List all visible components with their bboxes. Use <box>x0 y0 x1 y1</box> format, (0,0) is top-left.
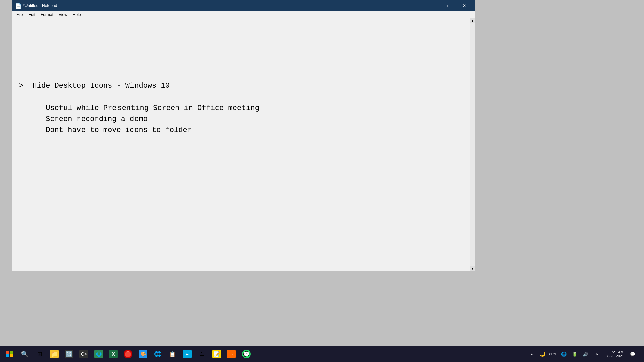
windows-logo <box>6 351 13 357</box>
menu-format[interactable]: Format <box>38 12 56 18</box>
window-title: *Untitled - Notepad <box>23 3 426 8</box>
excel-icon: X <box>109 350 118 358</box>
sticky-button[interactable]: 📝 <box>209 346 224 362</box>
prime-icon: ▶ <box>183 350 192 358</box>
clipboard-icon: 📋 <box>168 350 177 358</box>
calculator-icon: 🔢 <box>65 350 73 358</box>
file-explorer-icon: 📁 <box>50 350 59 358</box>
green-app-button[interactable]: 🌐 <box>91 346 106 362</box>
blank-line-5 <box>19 69 463 80</box>
files-button[interactable]: 🗂 <box>195 346 209 362</box>
whatsapp-button[interactable]: 💬 <box>239 346 254 362</box>
line-heading: > Hide Desktop Icons - Windows 10 <box>19 80 463 92</box>
sticky-icon: 📝 <box>212 350 221 358</box>
scroll-up[interactable]: ▲ <box>470 18 475 23</box>
notepad-window: 📄 *Untitled - Notepad — □ ✕ File Edit Fo… <box>12 0 475 272</box>
clock-display[interactable]: 11:21 AM 8/26/2021 <box>605 346 627 362</box>
network-icon[interactable]: 🌐 <box>559 346 569 362</box>
clipboard-button[interactable]: 📋 <box>165 346 180 362</box>
green-app-icon: 🌐 <box>94 350 103 358</box>
scrollbar[interactable]: ▲ ▼ <box>470 18 475 271</box>
notification-center[interactable]: 💬 <box>628 346 637 362</box>
task-view-button[interactable]: ⊞ <box>32 346 47 362</box>
title-bar: 📄 *Untitled - Notepad — □ ✕ <box>12 0 475 11</box>
excel-button[interactable]: X <box>106 346 121 362</box>
start-button[interactable] <box>1 346 17 362</box>
prime-button[interactable]: ▶ <box>180 346 195 362</box>
blank-line-2 <box>19 36 463 47</box>
minimize-button[interactable]: — <box>426 0 441 11</box>
search-icon: 🔍 <box>21 350 29 358</box>
line-bullet-3: - Dont have to move icons to folder <box>19 125 463 136</box>
files-icon: 🗂 <box>198 350 206 358</box>
time-display: 11:21 AM <box>608 350 623 354</box>
battery-display-icon: 🔋 <box>572 352 577 357</box>
search-button[interactable]: 🔍 <box>17 346 32 362</box>
language-display[interactable]: ENG <box>591 352 603 356</box>
logo-q1 <box>6 351 9 354</box>
file-explorer-button[interactable]: 📁 <box>47 346 62 362</box>
menu-help[interactable]: Help <box>70 12 84 18</box>
notification-icon: 💬 <box>630 352 635 357</box>
chrome-button[interactable]: 🌐 <box>150 346 165 362</box>
logo-q4 <box>10 354 13 357</box>
blank-line-3 <box>19 47 463 58</box>
line-bullet-1: - Useful while Presenting Screen in Offi… <box>19 103 463 114</box>
speaker-icon: 🔊 <box>583 352 588 357</box>
maximize-button[interactable]: □ <box>441 0 457 11</box>
date-display: 8/26/2021 <box>607 354 624 358</box>
paint-icon: 🎨 <box>139 350 147 358</box>
terminal-icon: C> <box>79 350 88 358</box>
logo-q2 <box>10 351 13 354</box>
whatsapp-icon: 💬 <box>242 350 251 358</box>
taskbar: 🔍 ⊞ 📁 🔢 C> 🌐 X 🛑 🎨 🌐 📋 ▶ <box>0 346 644 362</box>
editor-content[interactable]: > Hide Desktop Icons - Windows 10 - Usef… <box>12 18 470 271</box>
task-view-icon: ⊞ <box>35 350 44 358</box>
weather-icon-tray[interactable]: 🌙 <box>538 346 547 362</box>
battery-icon[interactable]: 🔋 <box>570 346 579 362</box>
paint-button[interactable]: 🎨 <box>136 346 150 362</box>
scroll-down[interactable]: ▼ <box>470 266 475 271</box>
editor-area[interactable]: > Hide Desktop Icons - Windows 10 - Usef… <box>12 18 475 271</box>
red-app-button[interactable]: 🛑 <box>121 346 136 362</box>
chrome-icon: 🌐 <box>153 350 162 358</box>
arrow-icon: → <box>227 350 236 358</box>
arrow-button[interactable]: → <box>224 346 239 362</box>
system-tray: ∧ 🌙 80°F 🌐 🔋 🔊 ENG 11:21 AM 8/26/2021 <box>525 346 640 362</box>
menu-bar: File Edit Format View Help <box>12 11 475 18</box>
blank-line-1 <box>19 25 463 36</box>
close-button[interactable]: ✕ <box>457 0 472 11</box>
tray-expand[interactable]: ∧ <box>527 346 537 362</box>
terminal-button[interactable]: C> <box>76 346 91 362</box>
volume-icon[interactable]: 🔊 <box>581 346 590 362</box>
scroll-track[interactable] <box>470 23 475 266</box>
calculator-button[interactable]: 🔢 <box>62 346 76 362</box>
wifi-icon: 🌐 <box>561 352 567 357</box>
temperature-value: 80°F <box>549 352 557 356</box>
chevron-up-icon: ∧ <box>531 352 533 356</box>
menu-file[interactable]: File <box>14 12 25 18</box>
blank-line-6 <box>19 92 463 103</box>
temperature-display[interactable]: 80°F <box>549 346 558 362</box>
red-app-icon: 🛑 <box>124 350 132 358</box>
moon-icon: 🌙 <box>540 351 545 357</box>
app-icon: 📄 <box>15 3 20 8</box>
window-controls: — □ ✕ <box>426 0 472 11</box>
blank-line-4 <box>19 58 463 69</box>
menu-view[interactable]: View <box>56 12 70 18</box>
menu-edit[interactable]: Edit <box>25 12 38 18</box>
line-bullet-2: - Screen recording a demo <box>19 114 463 125</box>
logo-q3 <box>6 354 9 357</box>
show-desktop-button[interactable] <box>640 346 643 362</box>
